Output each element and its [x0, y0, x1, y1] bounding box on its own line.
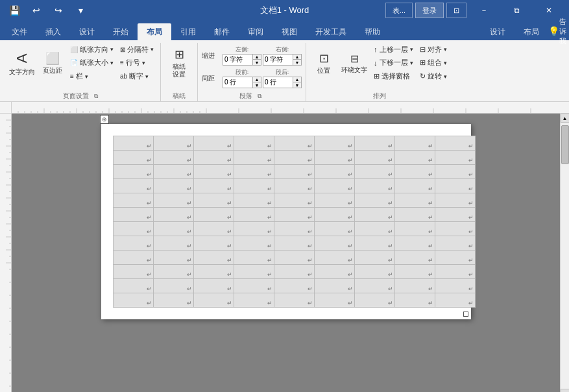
table-cell[interactable]: ↵: [234, 293, 274, 308]
indent-left-input[interactable]: [223, 55, 252, 65]
table-cell[interactable]: ↵: [314, 279, 354, 293]
table-cell[interactable]: ↵: [193, 236, 234, 251]
scroll-up-button[interactable]: ▲: [561, 114, 570, 123]
table-cell[interactable]: ↵: [435, 208, 475, 222]
table-cell[interactable]: ↵: [113, 293, 153, 308]
paper-orientation-button[interactable]: ⬜ 纸张方向 ▾: [67, 43, 116, 56]
table-cell[interactable]: ↵: [193, 193, 234, 208]
table-resize-handle[interactable]: [463, 312, 468, 317]
paragraph-expand-icon[interactable]: ⧉: [255, 92, 264, 101]
table-cell[interactable]: ↵: [314, 151, 354, 165]
table-cell[interactable]: ↵: [234, 265, 274, 279]
tab-review[interactable]: 审阅: [239, 23, 272, 40]
table-cell[interactable]: ↵: [153, 179, 193, 193]
table-cell[interactable]: ↵: [314, 293, 354, 308]
table-cell[interactable]: ↵: [354, 279, 394, 293]
table-cell[interactable]: ↵: [193, 265, 234, 279]
table-cell[interactable]: ↵: [314, 136, 354, 151]
table-cell[interactable]: ↵: [314, 179, 354, 193]
spacing-before-input[interactable]: [223, 77, 252, 88]
breaks-button[interactable]: ⊠ 分隔符 ▾: [117, 43, 156, 56]
wrap-text-button[interactable]: ⊟ 环绕文字: [339, 43, 370, 83]
table-cell[interactable]: ↵: [435, 293, 475, 308]
table-cell[interactable]: ↵: [113, 165, 153, 179]
undo-qat-button[interactable]: ↩: [27, 1, 45, 19]
indent-right-input[interactable]: [263, 55, 293, 65]
tab-start[interactable]: 开始: [104, 23, 138, 40]
table-cell[interactable]: ↵: [394, 251, 435, 265]
table-cell[interactable]: ↵: [113, 251, 153, 265]
profile-button[interactable]: 表...: [385, 3, 413, 18]
table-cell[interactable]: ↵: [234, 208, 274, 222]
tab-mail[interactable]: 邮件: [205, 23, 239, 40]
table-cell[interactable]: ↵: [435, 136, 475, 151]
scroll-track[interactable]: [561, 123, 570, 389]
scroll-down-button[interactable]: ▼: [561, 389, 570, 392]
selection-pane-button[interactable]: ⊞ 选择窗格: [371, 70, 416, 83]
table-cell[interactable]: ↵: [354, 293, 394, 308]
table-cell[interactable]: ↵: [193, 279, 234, 293]
restore-button[interactable]: ⧉: [502, 0, 531, 21]
tab-reference[interactable]: 引用: [171, 23, 205, 40]
table-cell[interactable]: ↵: [113, 179, 153, 193]
table-cell[interactable]: ↵: [274, 265, 314, 279]
tab-help[interactable]: 帮助: [356, 23, 389, 40]
table-cell[interactable]: ↵: [394, 236, 435, 251]
group-button[interactable]: ⊞ 组合 ▾: [417, 56, 450, 69]
table-cell[interactable]: ↵: [354, 222, 394, 236]
table-cell[interactable]: ↵: [314, 222, 354, 236]
table-cell[interactable]: ↵: [274, 293, 314, 308]
table-cell[interactable]: ↵: [354, 208, 394, 222]
table-cell[interactable]: ↵: [314, 208, 354, 222]
table-cell[interactable]: ↵: [274, 151, 314, 165]
table-cell[interactable]: ↵: [394, 279, 435, 293]
table-cell[interactable]: ↵: [435, 151, 475, 165]
table-cell[interactable]: ↵: [113, 208, 153, 222]
rotate-button[interactable]: ↻ 旋转 ▾: [417, 70, 450, 83]
table-cell[interactable]: ↵: [274, 279, 314, 293]
table-cell[interactable]: ↵: [153, 279, 193, 293]
tab-view[interactable]: 视图: [272, 23, 306, 40]
margins-button[interactable]: ⬜ 页边距: [39, 43, 66, 83]
hyphenation-button[interactable]: ab 断字 ▾: [117, 70, 156, 83]
table-cell[interactable]: ↵: [234, 251, 274, 265]
table-cell[interactable]: ↵: [234, 222, 274, 236]
table-cell[interactable]: ↵: [274, 251, 314, 265]
table-cell[interactable]: ↵: [274, 165, 314, 179]
tab-design[interactable]: 设计: [70, 23, 104, 40]
minimize-button[interactable]: －: [469, 0, 499, 21]
table-cell[interactable]: ↵: [394, 222, 435, 236]
table-cell[interactable]: ↵: [314, 193, 354, 208]
vertical-scrollbar[interactable]: ▲ ▼: [560, 114, 569, 392]
table-cell[interactable]: ↵: [354, 165, 394, 179]
table-cell[interactable]: ↵: [234, 136, 274, 151]
redo-qat-button[interactable]: ↪: [49, 1, 67, 19]
tab-layout2[interactable]: 布局: [515, 23, 548, 40]
text-direction-button[interactable]: A 文字方向: [6, 43, 38, 83]
save-qat-button[interactable]: 💾: [5, 1, 23, 19]
table-cell[interactable]: ↵: [435, 179, 475, 193]
table-cell[interactable]: ↵: [153, 208, 193, 222]
table-cell[interactable]: ↵: [153, 236, 193, 251]
table-cell[interactable]: ↵: [113, 151, 153, 165]
table-cell[interactable]: ↵: [193, 293, 234, 308]
draft-settings-button[interactable]: ⊞ 稿纸设置: [165, 43, 193, 83]
table-cell[interactable]: ↵: [274, 222, 314, 236]
table-cell[interactable]: ↵: [274, 179, 314, 193]
table-cell[interactable]: ↵: [435, 193, 475, 208]
table-cell[interactable]: ↵: [354, 251, 394, 265]
table-cell[interactable]: ↵: [193, 222, 234, 236]
tab-layout[interactable]: 布局: [138, 23, 171, 40]
login-button[interactable]: 登录: [415, 3, 444, 18]
table-cell[interactable]: ↵: [314, 165, 354, 179]
table-cell[interactable]: ↵: [394, 151, 435, 165]
table-cell[interactable]: ↵: [394, 265, 435, 279]
table-cell[interactable]: ↵: [354, 179, 394, 193]
indent-right-down-button[interactable]: ▼: [293, 60, 301, 65]
table-cell[interactable]: ↵: [113, 265, 153, 279]
table-cell[interactable]: ↵: [113, 222, 153, 236]
table-cell[interactable]: ↵: [193, 151, 234, 165]
spacing-after-input[interactable]: [263, 77, 293, 88]
table-cell[interactable]: ↵: [193, 165, 234, 179]
table-cell[interactable]: ↵: [153, 251, 193, 265]
